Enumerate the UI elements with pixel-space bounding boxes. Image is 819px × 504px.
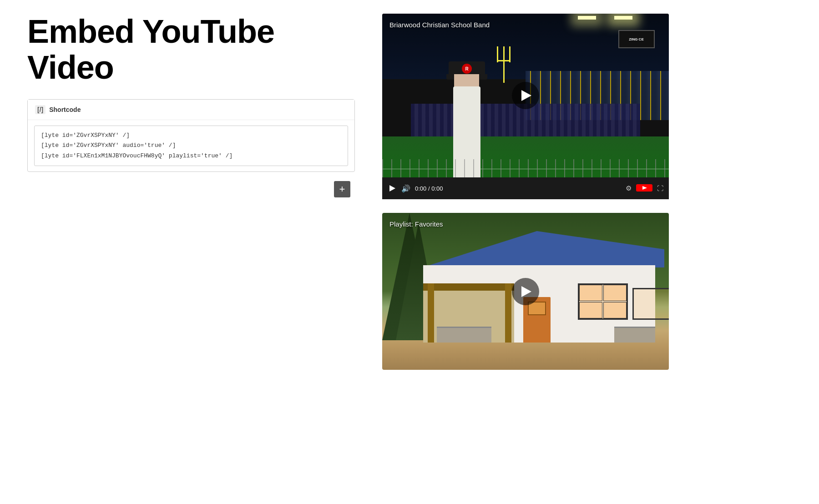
window-left: [578, 283, 628, 320]
video1-fullscreen-icon[interactable]: ⛶: [657, 185, 663, 192]
goalpost-left-up: [497, 46, 498, 62]
window-pane-tr: [603, 285, 627, 301]
goalpost-upright: [503, 46, 505, 83]
page-layout: Embed YouTube Video [/] Shortcode [lyte …: [0, 0, 819, 388]
video2-label: Playlist: Favorites: [389, 220, 443, 228]
house-wall: [423, 265, 655, 343]
video1-play-ctrl[interactable]: [388, 184, 397, 193]
video1-controls: 🔊 0:00 / 0:00 ⚙ ⛶: [382, 177, 669, 199]
video1-settings-icon[interactable]: ⚙: [626, 184, 632, 192]
window-pane-br: [603, 302, 627, 318]
person-head: R: [449, 61, 485, 89]
video2-container: Playlist: Favorites: [382, 213, 669, 370]
shortcode-block: [/] Shortcode [lyte id='ZGvrXSPYxNY' /] …: [27, 99, 355, 171]
page-title: Embed YouTube Video: [27, 14, 355, 86]
shortcode-label: Shortcode: [49, 106, 81, 113]
shortcode-content[interactable]: [lyte id='ZGvrXSPYxNY' /] [lyte id='ZGvr…: [34, 126, 348, 166]
shortcode-line-2: [lyte id='ZGvrXSPYxNY' audio='true' /]: [41, 141, 341, 151]
video1-thumbnail[interactable]: ZING CE R Briarwood Christian School B: [382, 14, 669, 177]
left-panel: Embed YouTube Video [/] Shortcode [lyte …: [27, 14, 355, 370]
stadium-light-2: [578, 16, 596, 20]
window-pane-bl: [579, 302, 602, 318]
shortcode-line-3: [lyte id='FLXEn1xM1NJBYOvoucFHW8yQ' play…: [41, 151, 341, 161]
shortcode-line-1: [lyte id='ZGvrXSPYxNY' /]: [41, 131, 341, 141]
hat: R: [449, 61, 485, 75]
goalpost: [497, 46, 511, 83]
porch-post-right: [505, 283, 511, 343]
video1-label: Briarwood Christian School Band: [389, 21, 490, 29]
porch-beam: [423, 283, 514, 291]
video2-play-button[interactable]: [512, 278, 539, 305]
goalpost-right-up: [509, 46, 511, 62]
house-roof: [410, 231, 664, 267]
hat-logo: R: [462, 64, 472, 74]
window-pane-tl: [579, 285, 602, 301]
porch-post-left: [428, 283, 434, 343]
add-shortcode-button[interactable]: +: [334, 181, 350, 197]
stone-base-left: [437, 327, 491, 343]
fence: [382, 159, 669, 177]
scoreboard: ZING CE: [618, 30, 655, 48]
video1-time: 0:00 / 0:00: [415, 185, 621, 192]
video2-thumbnail[interactable]: Playlist: Favorites: [382, 213, 669, 370]
stone-base-right: [614, 327, 655, 343]
video1-volume-ctrl[interactable]: 🔊: [401, 184, 410, 193]
video1-container: ZING CE R Briarwood Christian School B: [382, 14, 669, 213]
video1-play-button[interactable]: [512, 82, 539, 109]
video1-youtube-logo: [636, 184, 652, 193]
shortcode-icon: [/]: [35, 105, 46, 114]
stadium-light-1: [614, 16, 632, 20]
goalpost-crossbar: [497, 60, 511, 61]
shortcode-header: [/] Shortcode: [28, 100, 354, 120]
right-panel: ZING CE R Briarwood Christian School B: [382, 14, 801, 370]
window-right: [632, 288, 669, 320]
add-button-row: +: [27, 181, 355, 197]
